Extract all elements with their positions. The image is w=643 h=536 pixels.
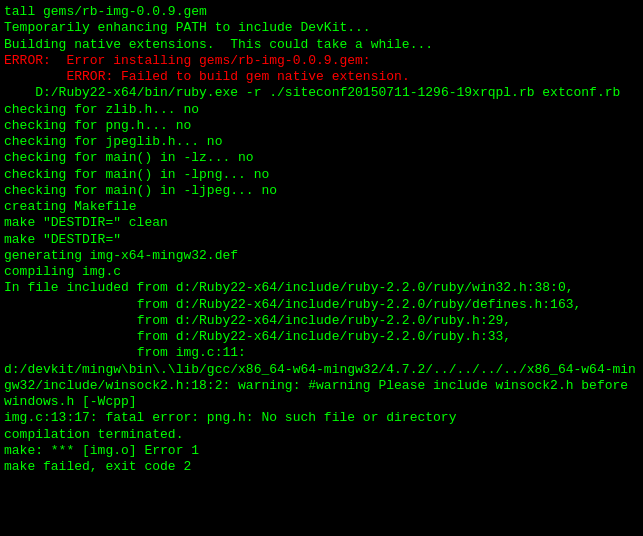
terminal-line: img.c:13:17: fatal error: png.h: No such… bbox=[4, 410, 639, 426]
terminal-line: compilation terminated. bbox=[4, 427, 639, 443]
terminal-line: generating img-x64-mingw32.def bbox=[4, 248, 639, 264]
terminal-line: checking for jpeglib.h... no bbox=[4, 134, 639, 150]
terminal-line: tall gems/rb-img-0.0.9.gem bbox=[4, 4, 639, 20]
terminal-line: creating Makefile bbox=[4, 199, 639, 215]
terminal-line: compiling img.c bbox=[4, 264, 639, 280]
terminal-line: ERROR: Failed to build gem native extens… bbox=[4, 69, 639, 85]
terminal-line: D:/Ruby22-x64/bin/ruby.exe -r ./siteconf… bbox=[4, 85, 639, 101]
terminal-line: d:/devkit/mingw\bin\.\lib/gcc/x86_64-w64… bbox=[4, 362, 639, 411]
terminal-line: Building native extensions. This could t… bbox=[4, 37, 639, 53]
terminal-line: make failed, exit code 2 bbox=[4, 459, 639, 475]
terminal-line: checking for png.h... no bbox=[4, 118, 639, 134]
terminal-line: ERROR: Error installing gems/rb-img-0.0.… bbox=[4, 53, 639, 69]
terminal-window: tall gems/rb-img-0.0.9.gemTemporarily en… bbox=[0, 0, 643, 536]
terminal-line: Temporarily enhancing PATH to include De… bbox=[4, 20, 639, 36]
terminal-line: make "DESTDIR=" bbox=[4, 232, 639, 248]
terminal-line: In file included from d:/Ruby22-x64/incl… bbox=[4, 280, 639, 296]
terminal-line: make "DESTDIR=" clean bbox=[4, 215, 639, 231]
terminal-line: from img.c:11: bbox=[4, 345, 639, 361]
terminal-line: checking for main() in -lpng... no bbox=[4, 167, 639, 183]
terminal-line: from d:/Ruby22-x64/include/ruby-2.2.0/ru… bbox=[4, 313, 639, 329]
terminal-line: checking for zlib.h... no bbox=[4, 102, 639, 118]
terminal-line: checking for main() in -lz... no bbox=[4, 150, 639, 166]
terminal-line: from d:/Ruby22-x64/include/ruby-2.2.0/ru… bbox=[4, 297, 639, 313]
terminal-line: make: *** [img.o] Error 1 bbox=[4, 443, 639, 459]
terminal-line: checking for main() in -ljpeg... no bbox=[4, 183, 639, 199]
terminal-line: from d:/Ruby22-x64/include/ruby-2.2.0/ru… bbox=[4, 329, 639, 345]
